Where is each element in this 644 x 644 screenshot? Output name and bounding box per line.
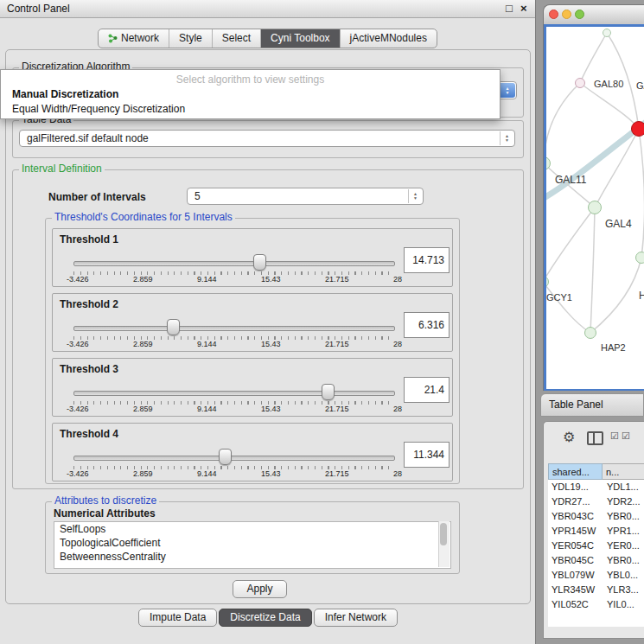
- close-traffic-light[interactable]: [549, 10, 558, 19]
- bottom-tabbar: Impute Data Discretize Data Infer Networ…: [0, 609, 536, 627]
- stepper-down-icon: ▼: [505, 138, 509, 143]
- threshold-slider[interactable]: [73, 319, 395, 335]
- tab-impute-data[interactable]: Impute Data: [138, 609, 217, 627]
- columns-icon[interactable]: [587, 431, 603, 445]
- tab-infer-network[interactable]: Infer Network: [314, 609, 398, 627]
- close-icon[interactable]: ×: [520, 0, 527, 17]
- attributes-group-title: Attributes to discretize: [52, 495, 159, 507]
- scale-label: 2.859: [133, 469, 153, 478]
- tab-cyni-toolbox[interactable]: Cyni Toolbox: [260, 29, 339, 48]
- table-row[interactable]: YBL079WYBL0...: [548, 568, 644, 583]
- numerical-attributes-list: SelfLoopsTopologicalCoefficientBetweenne…: [54, 521, 451, 569]
- stepper-down-icon: ▼: [506, 91, 510, 95]
- network-node[interactable]: [584, 327, 596, 339]
- network-node[interactable]: [588, 201, 602, 214]
- table-body: YDL19...YDL1...YDR27...YDR2...YBR043CYBR…: [548, 480, 644, 627]
- threshold-slider[interactable]: [73, 449, 395, 464]
- dropdown-item-manual[interactable]: Manual Discretization: [12, 88, 118, 100]
- combo-stepper[interactable]: ▲ ▼: [408, 189, 422, 203]
- column-header-shared-name[interactable]: shared...: [548, 463, 603, 480]
- network-node[interactable]: [635, 252, 644, 264]
- slider-track[interactable]: [73, 326, 395, 331]
- threshold-value-field[interactable]: 11.344: [404, 442, 450, 468]
- checkbox-icon[interactable]: ☑: [610, 430, 619, 442]
- scale-label: 28: [393, 340, 402, 348]
- tab-network[interactable]: Network: [99, 29, 169, 48]
- checkbox-icon[interactable]: ☑: [622, 430, 630, 442]
- tab-label: Select: [222, 29, 251, 48]
- table-row[interactable]: YPR145WYPR1...: [548, 524, 644, 539]
- network-node-label: GCY1: [546, 292, 572, 303]
- tab-discretize-data[interactable]: Discretize Data: [219, 609, 311, 627]
- threshold-panel: Threshold 4 -3.4262.8599.14415.4321.7152…: [52, 423, 453, 481]
- minimize-traffic-light[interactable]: [562, 10, 571, 19]
- scale-label: 2.859: [133, 275, 153, 284]
- slider-thumb[interactable]: [322, 384, 335, 400]
- slider-track[interactable]: [73, 456, 395, 461]
- threshold-label: Threshold 2: [60, 298, 118, 310]
- slider-scale: -3.4262.8599.14415.4321.71528: [67, 469, 402, 478]
- number-of-intervals-combo[interactable]: 5 ▲ ▼: [187, 188, 424, 205]
- list-scrollbar[interactable]: [438, 521, 450, 567]
- network-node-label: H: [639, 290, 644, 302]
- stepper-down-icon: ▼: [413, 196, 418, 201]
- tab-select[interactable]: Select: [212, 29, 260, 48]
- tab-style[interactable]: Style: [169, 29, 212, 48]
- scale-label: -3.426: [67, 405, 89, 413]
- scale-label: 2.859: [133, 340, 153, 348]
- table-cell: YDL1...: [603, 480, 639, 494]
- combo-stepper[interactable]: ▲ ▼: [500, 131, 513, 145]
- dropdown-item-equal-width[interactable]: Equal Width/Frequency Discretization: [12, 103, 185, 115]
- table-row[interactable]: YDL19...YDL1...: [548, 480, 644, 494]
- threshold-slider[interactable]: [73, 384, 395, 399]
- table-cell: YER0...: [603, 539, 640, 553]
- table-row[interactable]: YBR045CYBR0...: [548, 553, 644, 568]
- slider-thumb[interactable]: [219, 449, 232, 465]
- attribute-item[interactable]: BetweennessCentrality: [54, 550, 450, 564]
- threshold-value-field[interactable]: 21.4: [404, 377, 450, 403]
- network-canvas[interactable]: GAL80GAGAL11GAL4HGCY1HAP2: [546, 27, 644, 389]
- gear-icon[interactable]: ⚙: [563, 429, 575, 445]
- network-node[interactable]: [603, 29, 611, 37]
- scale-label: -3.426: [67, 469, 89, 478]
- slider-track[interactable]: [73, 391, 395, 396]
- zoom-traffic-light[interactable]: [575, 10, 584, 19]
- network-node-label: GAL11: [555, 174, 586, 186]
- threshold-label: Threshold 4: [60, 428, 118, 440]
- network-node[interactable]: [575, 78, 585, 88]
- combo-stepper[interactable]: ▲ ▼: [500, 83, 515, 98]
- number-of-intervals-value: 5: [194, 188, 201, 204]
- attribute-item[interactable]: TopologicalCoefficient: [54, 536, 450, 550]
- slider-thumb[interactable]: [253, 254, 266, 271]
- float-window-icon[interactable]: □: [506, 0, 513, 17]
- interval-definition-group-title: Interval Definition: [19, 163, 105, 175]
- table-row[interactable]: YLR345WYLR3...: [548, 583, 644, 597]
- table-cell: YPR145W: [548, 524, 603, 539]
- network-node-label: GAL4: [605, 218, 632, 230]
- slider-track[interactable]: [73, 261, 395, 266]
- scale-label: -3.426: [67, 340, 89, 348]
- table-row[interactable]: YIL052CYIL0...: [548, 597, 644, 612]
- scale-label: 15.43: [261, 275, 281, 284]
- attribute-item[interactable]: SelfLoops: [54, 522, 450, 536]
- threshold-value-field[interactable]: 14.713: [404, 247, 450, 273]
- slider-scale: -3.4262.8599.14415.4321.71528: [67, 275, 402, 284]
- tab-label: Network: [121, 29, 159, 48]
- table-panel-window: ⚙ ☑ ☑ shared... n... YDL19...YDL1...YDR2…: [543, 421, 644, 639]
- table-row[interactable]: YBR043CYBR0...: [548, 509, 644, 524]
- column-header-name[interactable]: n...: [603, 463, 644, 480]
- threshold-slider[interactable]: [73, 254, 395, 270]
- slider-thumb[interactable]: [167, 319, 180, 335]
- number-of-intervals-label: Number of Intervals: [48, 191, 146, 203]
- table-cell: YPR1...: [603, 524, 640, 539]
- network-node[interactable]: [631, 121, 644, 137]
- scrollbar-thumb[interactable]: [440, 523, 447, 545]
- apply-button[interactable]: Apply: [233, 580, 287, 598]
- slider-scale: -3.4262.8599.14415.4321.71528: [67, 405, 402, 413]
- tab-jactivemnodules[interactable]: jActiveMNodules: [340, 29, 437, 48]
- table-row[interactable]: YER054CYER0...: [548, 539, 644, 553]
- table-data-combo[interactable]: galFiltered.sif default node ▲ ▼: [19, 130, 515, 147]
- table-row[interactable]: YDR27...YDR2...: [548, 494, 644, 509]
- scale-label: 21.715: [325, 275, 349, 284]
- threshold-value-field[interactable]: 6.316: [404, 312, 450, 338]
